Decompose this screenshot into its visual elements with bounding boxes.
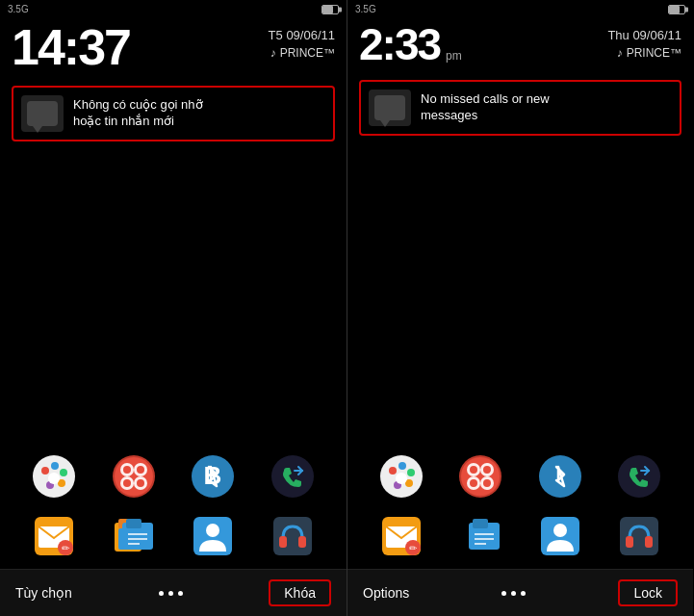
svg-point-2	[51, 462, 59, 470]
svg-point-15	[123, 479, 131, 487]
svg-point-14	[137, 466, 144, 474]
svg-rect-35	[273, 517, 312, 555]
mail-icon-r: ✏	[378, 513, 424, 559]
right-phone-screen: 3.5G 2:33 pm Thu 09/06/11 ♪ PRINCE™	[347, 0, 693, 616]
contacts-icon-r	[537, 513, 583, 559]
left-bottom-bar: Tùy chọn Khóa	[0, 569, 347, 616]
right-status-bar: 3.5G	[347, 0, 693, 18]
bluetooth-icon-r	[537, 453, 583, 500]
right-battery-icon	[668, 5, 685, 14]
left-notification-icon	[21, 95, 64, 132]
right-icon-file-manager[interactable]	[455, 511, 505, 561]
headset-icon-r	[616, 513, 662, 559]
file-manager-icon	[111, 513, 157, 559]
svg-point-54	[483, 479, 491, 487]
right-speech-bubble-icon	[374, 95, 405, 120]
left-icon-paint[interactable]	[29, 451, 79, 501]
svg-point-52	[483, 466, 491, 474]
right-network-label: 3.5G	[355, 4, 376, 14]
right-icon-bluetooth[interactable]	[535, 451, 585, 501]
apps-grid-icon-r	[457, 453, 503, 500]
left-icon-call-download[interactable]	[268, 451, 318, 501]
right-music-note: ♪	[617, 46, 623, 60]
right-music-artist: PRINCE™	[627, 46, 681, 60]
svg-point-8	[115, 457, 153, 496]
left-lock-button[interactable]: Khóa	[269, 579, 331, 606]
svg-point-13	[123, 466, 131, 474]
left-notification-text: Không có cuộc gọi nhỡhoặc tin nhắn mới	[73, 97, 203, 130]
right-icon-headset[interactable]	[614, 511, 664, 561]
left-icon-apps[interactable]	[109, 451, 159, 501]
right-notification-box: No missed calls or newmessages	[359, 80, 681, 136]
svg-point-39	[389, 467, 397, 475]
right-notification-text: No missed calls or newmessages	[421, 91, 550, 124]
left-bottom-dots	[159, 591, 183, 596]
svg-rect-63	[473, 519, 488, 528]
left-date: T5 09/06/11	[269, 28, 335, 42]
left-status-bar: 3.5G	[0, 0, 347, 18]
left-icons-grid: B ✏	[0, 444, 347, 569]
svg-point-34	[206, 524, 219, 537]
right-bottom-bar: Options Lock	[347, 569, 693, 616]
left-notification-area[interactable]: Không có cuộc gọi nhỡhoặc tin nhắn mới	[0, 80, 347, 147]
right-icons-grid: ✏	[347, 444, 693, 569]
right-icon-apps[interactable]	[455, 451, 505, 501]
file-manager-icon-r	[457, 513, 503, 559]
left-music-row: ♪ PRINCE™	[269, 46, 335, 60]
svg-point-16	[137, 479, 144, 487]
right-icon-call-download[interactable]	[614, 451, 664, 501]
right-date: Thu 09/06/11	[607, 28, 681, 42]
left-options-button[interactable]: Tùy chọn	[15, 585, 72, 601]
svg-point-19	[271, 455, 314, 498]
svg-point-3	[60, 469, 67, 476]
call-download-icon	[270, 453, 316, 500]
left-music-note: ♪	[270, 46, 276, 60]
contacts-icon	[190, 513, 236, 559]
left-header: 14:37 T5 09/06/11 ♪ PRINCE™	[0, 18, 347, 80]
left-icon-file-manager[interactable]	[109, 511, 159, 561]
right-notification-area[interactable]: No missed calls or newmessages	[347, 74, 693, 141]
svg-point-44	[396, 473, 407, 484]
svg-point-53	[470, 479, 477, 487]
right-icon-contacts[interactable]	[535, 511, 585, 561]
right-bottom-dots	[501, 591, 526, 596]
svg-rect-71	[645, 536, 653, 548]
left-icon-headset[interactable]	[268, 511, 318, 561]
svg-rect-36	[279, 536, 287, 548]
svg-point-1	[41, 467, 49, 475]
svg-point-46	[461, 457, 500, 496]
left-phone-screen: 3.5G 14:37 T5 09/06/11 ♪ PRINCE™ Không c…	[0, 0, 347, 616]
right-time-suffix: pm	[446, 49, 462, 63]
svg-point-6	[48, 473, 60, 484]
right-icon-paint[interactable]	[376, 451, 426, 501]
svg-point-41	[407, 469, 415, 476]
headset-icon	[270, 513, 316, 559]
left-icon-contacts[interactable]	[188, 511, 238, 561]
right-music-row: ♪ PRINCE™	[607, 46, 681, 60]
call-download-icon-r	[616, 453, 662, 500]
left-battery-icon	[321, 5, 339, 14]
left-icon-bluetooth[interactable]: B	[188, 451, 238, 501]
svg-point-68	[553, 524, 567, 537]
paint-palette-icon-r	[378, 453, 424, 500]
right-time: 2:33	[359, 22, 440, 66]
right-notification-icon	[369, 90, 411, 126]
right-lock-button[interactable]: Lock	[618, 579, 678, 606]
bluetooth-icon: B	[190, 453, 236, 500]
apps-grid-icon	[111, 453, 157, 500]
svg-point-56	[618, 455, 660, 498]
mail-icon: ✏	[31, 513, 77, 559]
svg-rect-37	[298, 536, 306, 548]
paint-palette-icon	[31, 453, 77, 500]
svg-point-51	[470, 466, 477, 474]
left-music-artist: PRINCE™	[280, 46, 335, 60]
right-options-button[interactable]: Options	[363, 585, 409, 601]
right-icon-mail[interactable]: ✏	[376, 511, 426, 561]
svg-rect-29	[126, 519, 141, 528]
left-notification-box: Không có cuộc gọi nhỡhoặc tin nhắn mới	[12, 86, 335, 141]
left-icon-mail[interactable]: ✏	[29, 511, 79, 561]
left-network-label: 3.5G	[8, 4, 29, 14]
svg-point-40	[398, 462, 406, 470]
svg-text:✏: ✏	[409, 543, 418, 553]
svg-rect-70	[626, 536, 633, 548]
